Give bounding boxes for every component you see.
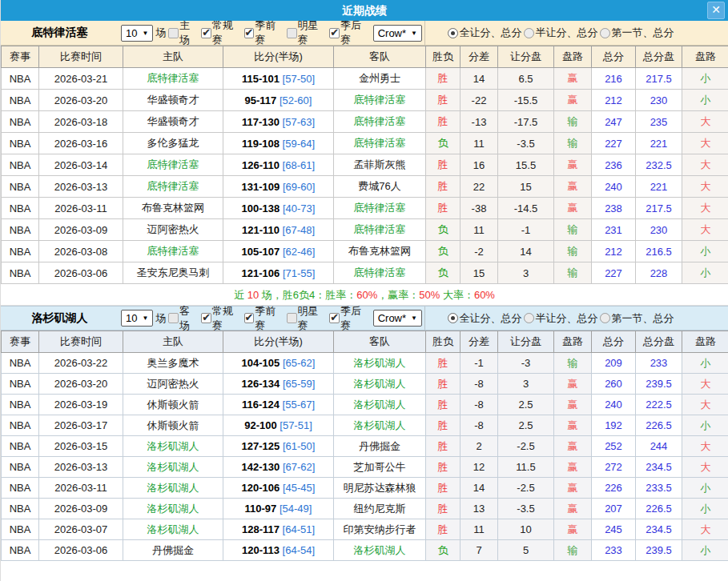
checkbox-filter-0[interactable]: 主场 [167,18,199,47]
date-cell: 2026-03-09 [39,499,123,519]
total-points-cell: 247 [592,111,636,133]
checkbox-icon[interactable] [329,28,340,38]
checkbox-filter-1[interactable]: 常规赛 [199,304,242,333]
checkbox-filter-0[interactable]: 客场 [167,304,199,333]
date-cell: 2026-03-22 [39,353,123,374]
games-count-select[interactable]: 10▼ [121,25,153,42]
radio-icon[interactable] [448,28,458,38]
radio-icon[interactable] [524,313,534,323]
handicap-line-cell: 10 [498,519,554,540]
source-select[interactable]: Crow*▼ [373,25,422,42]
result-cell: 胜 [426,111,461,133]
checkbox-icon[interactable] [244,28,255,38]
stat-mode-radios: 全让分、总分半让分、总分第一节、总分 [425,26,728,40]
checkbox-filter-4[interactable]: 季后赛 [328,18,370,47]
home-team-cell: 圣安东尼奥马刺 [123,262,223,284]
result-cell: 负 [426,540,461,561]
home-team-cell: 洛杉矶湖人 [123,499,223,519]
score-cell: 128-117 [64-51] [223,519,334,540]
total-points-cell: 233 [592,540,636,561]
date-cell: 2026-03-06 [39,262,123,284]
checkbox-icon[interactable] [287,28,297,38]
point-diff-cell: 12 [461,457,498,478]
filter-controls: 10▼场客场常规赛季前赛明星赛季后赛Crow*▼ [119,304,424,333]
result-cell: 负 [426,241,461,262]
score-cell: 95-117 [52-60] [223,90,334,111]
final-score: 126-134 [242,378,280,390]
column-header: 总分 [592,46,636,68]
away-team-cell: 布鲁克林篮网 [334,241,426,262]
radio-option-0[interactable]: 全让分、总分 [448,26,522,40]
dialog-titlebar: 近期战绩 ✕ [1,0,728,21]
radio-option-2[interactable]: 第一节、总分 [600,311,674,326]
away-team-cell: 底特律活塞 [334,219,426,241]
column-header: 赛事 [2,46,39,68]
league-cell: NBA [2,436,39,457]
radio-label: 半让分、总分 [536,26,598,40]
over-under-cell: 大 [682,111,728,133]
total-points-cell: 212 [592,241,636,262]
half-score: [65-62] [280,357,315,369]
home-team-cell: 迈阿密热火 [123,374,223,395]
checkbox-icon[interactable] [168,313,179,323]
radio-option-2[interactable]: 第一节、总分 [600,26,674,40]
checkbox-icon[interactable] [329,313,340,323]
handicap-line-cell: 5 [498,540,554,561]
checkbox-icon[interactable] [201,313,211,323]
table-row: NBA2026-03-14底特律活塞126-110 [68-61]孟菲斯灰熊胜1… [2,154,728,176]
radio-option-0[interactable]: 全让分、总分 [448,311,522,326]
home-team-cell: 丹佛掘金 [123,540,223,561]
checkbox-filter-2[interactable]: 季前赛 [243,18,285,47]
checkbox-filter-4[interactable]: 季后赛 [328,304,370,333]
handicap-line-cell: 2.5 [498,395,554,415]
handicap-result-cell: 赢 [554,436,592,457]
checkbox-filter-1[interactable]: 常规赛 [199,18,242,47]
final-score: 117-130 [242,116,280,128]
final-score: 142-130 [242,461,280,473]
away-team-cell: 丹佛掘金 [334,436,426,457]
result-cell: 胜 [426,90,461,111]
checkbox-icon[interactable] [201,28,211,38]
filter-bar: 底特律活塞10▼场主场常规赛季前赛明星赛季后赛Crow*▼全让分、总分半让分、总… [1,21,728,46]
radio-icon[interactable] [448,313,458,323]
checkbox-icon[interactable] [168,28,179,38]
away-team-cell: 明尼苏达森林狼 [334,478,426,499]
handicap-line-cell: -3.5 [498,133,554,154]
games-count-value: 10 [126,312,137,324]
point-diff-cell: 7 [461,540,498,561]
total-line-cell: 232.5 [636,154,682,176]
checkbox-filter-3[interactable]: 明星赛 [285,18,328,47]
handicap-result-cell: 赢 [554,499,592,519]
checkbox-icon[interactable] [244,313,255,323]
score-cell: 116-124 [55-67] [223,395,334,415]
score-cell: 100-138 [40-73] [223,198,334,219]
total-line-cell: 226.5 [636,415,682,436]
over-under-cell: 大 [682,374,728,395]
score-cell: 117-130 [57-63] [223,111,334,133]
half-score: [40-73] [280,202,315,214]
table-row: NBA2026-03-15洛杉矶湖人127-125 [61-50]丹佛掘金胜2-… [2,436,728,457]
point-diff-cell: 11 [461,219,498,241]
point-diff-cell: 15 [461,262,498,284]
radio-icon[interactable] [600,28,610,38]
score-cell: 110-97 [54-49] [223,499,334,519]
checkbox-filter-3[interactable]: 明星赛 [285,304,328,333]
half-score: [71-55] [280,267,315,279]
source-select[interactable]: Crow*▼ [373,310,422,327]
final-score: 92-100 [244,419,276,431]
handicap-result-cell: 输 [554,241,592,262]
over-under-cell: 大 [682,198,728,219]
close-icon[interactable]: ✕ [707,2,725,19]
checkbox-icon[interactable] [287,313,297,323]
games-count-select[interactable]: 10▼ [121,310,153,327]
checkbox-filter-2[interactable]: 季前赛 [243,304,285,333]
chevron-down-icon: ▼ [142,315,148,322]
summary-part: 60% [356,289,377,301]
total-points-cell: 216 [592,68,636,90]
radio-option-1[interactable]: 半让分、总分 [524,311,598,326]
radio-icon[interactable] [524,28,534,38]
radio-icon[interactable] [600,313,610,323]
column-header: 主队 [123,46,223,68]
radio-option-1[interactable]: 半让分、总分 [524,26,598,40]
date-cell: 2026-03-16 [39,133,123,154]
